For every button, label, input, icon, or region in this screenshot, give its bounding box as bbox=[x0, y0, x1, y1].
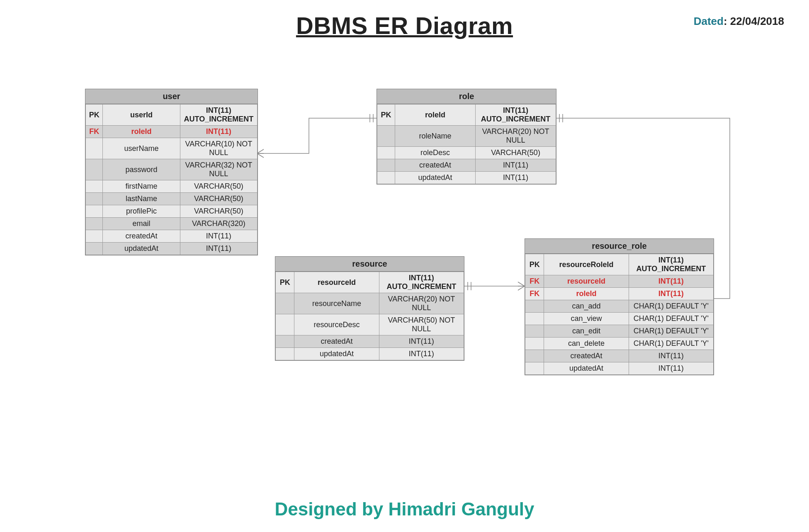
table-row: createdAtINT(11) bbox=[86, 230, 258, 243]
column-key bbox=[276, 293, 294, 314]
column-key bbox=[525, 338, 544, 350]
table-row: createdAtINT(11) bbox=[377, 159, 556, 172]
column-field-name: updatedAt bbox=[544, 362, 629, 375]
column-field-name: email bbox=[103, 218, 180, 230]
column-field-type: INT(11) AUTO_INCREMENT bbox=[379, 272, 464, 293]
table-row: FKroleIdINT(11) bbox=[525, 288, 714, 300]
entity-resource-role: resource_role PKresourceRoleIdINT(11) AU… bbox=[525, 238, 714, 375]
column-field-name: resourceName bbox=[294, 293, 379, 314]
entity-role-table: PKroleIdINT(11) AUTO_INCREMENTroleNameVA… bbox=[377, 104, 556, 184]
column-field-type: CHAR(1) DEFAULT 'Y' bbox=[629, 313, 713, 325]
column-key: PK bbox=[86, 104, 103, 126]
table-row: roleDescVARCHAR(50) bbox=[377, 147, 556, 159]
column-field-type: INT(11) bbox=[379, 335, 464, 348]
column-field-type: CHAR(1) DEFAULT 'Y' bbox=[629, 325, 713, 338]
column-key bbox=[86, 138, 103, 159]
column-field-name: createdAt bbox=[395, 159, 476, 172]
column-field-name: updatedAt bbox=[395, 172, 476, 184]
column-field-name: updatedAt bbox=[294, 348, 379, 360]
column-field-type: VARCHAR(10) NOT NULL bbox=[180, 138, 257, 159]
column-field-name: userName bbox=[103, 138, 180, 159]
dated-label: Dated bbox=[694, 15, 724, 27]
entity-user-title: user bbox=[85, 89, 258, 104]
column-key bbox=[525, 300, 544, 313]
table-row: can_addCHAR(1) DEFAULT 'Y' bbox=[525, 300, 714, 313]
column-field-name: resourceId bbox=[294, 272, 379, 293]
column-field-type: INT(11) bbox=[476, 172, 556, 184]
table-row: PKresourceRoleIdINT(11) AUTO_INCREMENT bbox=[525, 254, 714, 275]
column-key bbox=[86, 230, 103, 243]
table-row: roleNameVARCHAR(20) NOT NULL bbox=[377, 126, 556, 147]
table-row: profilePicVARCHAR(50) bbox=[86, 205, 258, 218]
column-field-name: roleDesc bbox=[395, 147, 476, 159]
entity-resource-title: resource bbox=[275, 257, 464, 272]
column-key bbox=[86, 243, 103, 255]
column-field-name: createdAt bbox=[544, 350, 629, 362]
column-field-name: can_edit bbox=[544, 325, 629, 338]
column-field-name: userId bbox=[103, 104, 180, 126]
table-row: updatedAtINT(11) bbox=[86, 243, 258, 255]
table-row: emailVARCHAR(320) bbox=[86, 218, 258, 230]
column-field-type: VARCHAR(50) bbox=[180, 205, 257, 218]
column-field-name: resourceDesc bbox=[294, 314, 379, 335]
column-field-type: INT(11) AUTO_INCREMENT bbox=[180, 104, 257, 126]
column-field-type: VARCHAR(320) bbox=[180, 218, 257, 230]
dated-colon: : bbox=[724, 15, 730, 27]
entity-resource-role-table: PKresourceRoleIdINT(11) AUTO_INCREMENTFK… bbox=[525, 254, 714, 375]
column-key bbox=[377, 147, 395, 159]
column-field-name: updatedAt bbox=[103, 243, 180, 255]
column-field-name: resourceId bbox=[544, 275, 629, 288]
column-field-type: INT(11) bbox=[629, 288, 713, 300]
column-field-type: VARCHAR(50) bbox=[180, 180, 257, 193]
page-title: DBMS ER Diagram bbox=[0, 12, 809, 39]
column-field-name: can_add bbox=[544, 300, 629, 313]
entity-user: user PKuserIdINT(11) AUTO_INCREMENTFKrol… bbox=[85, 89, 258, 255]
column-field-type: INT(11) bbox=[379, 348, 464, 360]
table-row: can_viewCHAR(1) DEFAULT 'Y' bbox=[525, 313, 714, 325]
table-row: FKresourceIdINT(11) bbox=[525, 275, 714, 288]
column-field-name: can_delete bbox=[544, 338, 629, 350]
column-key bbox=[377, 159, 395, 172]
table-row: can_editCHAR(1) DEFAULT 'Y' bbox=[525, 325, 714, 338]
column-field-type: INT(11) bbox=[180, 243, 257, 255]
table-row: can_deleteCHAR(1) DEFAULT 'Y' bbox=[525, 338, 714, 350]
column-field-name: createdAt bbox=[294, 335, 379, 348]
column-field-name: firstName bbox=[103, 180, 180, 193]
table-row: passwordVARCHAR(32) NOT NULL bbox=[86, 159, 258, 180]
entity-resource-table: PKresourceIdINT(11) AUTO_INCREMENTresour… bbox=[275, 272, 464, 360]
column-field-name: roleId bbox=[544, 288, 629, 300]
column-field-name: lastName bbox=[103, 193, 180, 205]
column-key: PK bbox=[377, 104, 395, 126]
column-field-type: CHAR(1) DEFAULT 'Y' bbox=[629, 338, 713, 350]
column-field-name: roleId bbox=[103, 126, 180, 138]
table-row: FKroleIdINT(11) bbox=[86, 126, 258, 138]
column-key: FK bbox=[525, 275, 544, 288]
column-key: PK bbox=[276, 272, 294, 293]
table-row: createdAtINT(11) bbox=[276, 335, 464, 348]
column-field-name: createdAt bbox=[103, 230, 180, 243]
column-key bbox=[86, 180, 103, 193]
table-row: updatedAtINT(11) bbox=[276, 348, 464, 360]
table-row: updatedAtINT(11) bbox=[525, 362, 714, 375]
entity-role: role PKroleIdINT(11) AUTO_INCREMENTroleN… bbox=[377, 89, 556, 185]
column-field-type: VARCHAR(20) NOT NULL bbox=[379, 293, 464, 314]
column-field-type: INT(11) bbox=[476, 159, 556, 172]
column-key bbox=[525, 325, 544, 338]
column-key bbox=[525, 313, 544, 325]
table-row: resourceDescVARCHAR(50) NOT NULL bbox=[276, 314, 464, 335]
column-field-name: profilePic bbox=[103, 205, 180, 218]
table-row: PKuserIdINT(11) AUTO_INCREMENT bbox=[86, 104, 258, 126]
entity-user-table: PKuserIdINT(11) AUTO_INCREMENTFKroleIdIN… bbox=[85, 104, 258, 255]
column-key bbox=[525, 350, 544, 362]
column-field-type: INT(11) bbox=[629, 350, 713, 362]
dated-stamp: Dated: 22/04/2018 bbox=[694, 15, 784, 28]
column-key bbox=[86, 218, 103, 230]
column-key bbox=[86, 205, 103, 218]
table-row: firstNameVARCHAR(50) bbox=[86, 180, 258, 193]
column-field-name: roleId bbox=[395, 104, 476, 126]
column-field-type: INT(11) AUTO_INCREMENT bbox=[629, 254, 713, 275]
table-row: updatedAtINT(11) bbox=[377, 172, 556, 184]
column-field-type: VARCHAR(50) NOT NULL bbox=[379, 314, 464, 335]
column-field-name: password bbox=[103, 159, 180, 180]
table-row: userNameVARCHAR(10) NOT NULL bbox=[86, 138, 258, 159]
